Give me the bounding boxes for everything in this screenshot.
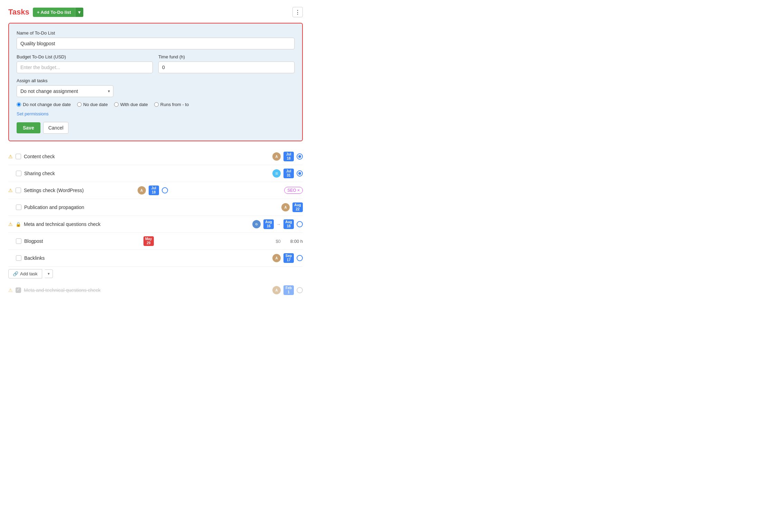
task-row: ⚠ Settings check (WordPress) A Jul18 SEO…: [8, 182, 303, 199]
avatar: G: [252, 220, 261, 228]
todo-form-panel: Name of To-Do List Budget To-Do List (US…: [8, 23, 303, 141]
add-todo-main[interactable]: + Add To-Do list: [33, 8, 75, 17]
money-value: $0: [276, 239, 280, 244]
assign-select-wrap: Do not change assignment Assign to me Un…: [17, 85, 113, 97]
task-checkbox[interactable]: [16, 255, 21, 261]
date-badge: Jul18: [149, 186, 159, 195]
task-checkbox[interactable]: [16, 188, 21, 193]
status-icon: [162, 187, 168, 193]
budget-col: Budget To-Do List (USD): [17, 54, 153, 73]
add-task-dropdown-button[interactable]: ▾: [45, 269, 53, 278]
task-row: ⚠ 🔒 Meta and technical questions check G…: [8, 216, 303, 233]
radio-with-due-input[interactable]: [114, 102, 119, 107]
radio-no-due-label: No due date: [83, 102, 108, 107]
date-badge: Jul18: [283, 152, 294, 161]
avatar: A: [272, 152, 281, 161]
radio-no-change-label: Do not change due date: [23, 102, 71, 107]
page-title: Tasks: [8, 8, 29, 17]
assign-select[interactable]: Do not change assignment Assign to me Un…: [17, 85, 113, 97]
assign-label: Assign all tasks: [17, 78, 295, 83]
avatar: A: [272, 286, 281, 294]
date-badge: Jul31: [283, 169, 294, 178]
task-row: ⚠ Content check A Jul18: [8, 148, 303, 165]
name-label: Name of To-Do List: [17, 30, 295, 36]
date-badge: Feb1: [283, 285, 294, 295]
set-permissions-link[interactable]: Set permissions: [17, 111, 48, 116]
radio-runs-from-input[interactable]: [154, 102, 159, 107]
warning-icon: ⚠: [8, 188, 13, 193]
header-left: Tasks + Add To-Do list ▾: [8, 8, 83, 17]
date-badge: Aug22: [292, 202, 303, 212]
radio-runs-from[interactable]: Runs from - to: [154, 102, 189, 107]
time-value: 8:00 h: [290, 239, 303, 244]
name-input[interactable]: [17, 38, 295, 49]
task-row: Sharing check ≡ Jul31: [8, 165, 303, 182]
task-row: Publication and propagation A Aug22: [8, 199, 303, 216]
radio-no-change[interactable]: Do not change due date: [17, 102, 71, 107]
date-badge-start: Aug16: [263, 219, 274, 229]
status-icon: [297, 153, 303, 160]
assign-section: Assign all tasks Do not change assignmen…: [17, 78, 295, 97]
add-todo-button[interactable]: + Add To-Do list ▾: [33, 8, 84, 17]
avatar: A: [272, 254, 281, 262]
arrow-icon: →: [277, 222, 281, 227]
task-row: Backlinks A Sep17: [8, 250, 303, 267]
task-checkbox[interactable]: [16, 154, 21, 159]
lock-icon: 🔒: [16, 222, 21, 227]
add-task-row: 🔗 Add task ▾: [8, 267, 303, 282]
add-todo-dropdown-arrow[interactable]: ▾: [75, 8, 83, 17]
budget-input[interactable]: [17, 61, 153, 73]
avatar: A: [281, 203, 290, 211]
task-name: Meta and technical questions check: [24, 221, 250, 227]
date-badge: Sep17: [283, 253, 294, 263]
seo-tag: SEO ×: [284, 187, 303, 194]
cancel-button[interactable]: Cancel: [43, 122, 69, 134]
task-name: Settings check (WordPress): [24, 188, 135, 193]
status-icon: [297, 170, 303, 177]
radio-with-due-label: With due date: [120, 102, 148, 107]
radio-runs-from-label: Runs from - to: [160, 102, 189, 107]
task-row: Blogpost May29 $0 8:00 h: [8, 233, 303, 250]
avatar: A: [138, 186, 146, 194]
radio-no-due[interactable]: No due date: [77, 102, 108, 107]
task-name: Sharing check: [24, 171, 270, 176]
task-checkbox[interactable]: [16, 238, 21, 244]
budget-label: Budget To-Do List (USD): [17, 54, 153, 59]
due-date-radio-group: Do not change due date No due date With …: [17, 102, 295, 107]
task-name: Content check: [24, 154, 270, 159]
save-button[interactable]: Save: [17, 122, 40, 133]
more-icon: ⋮: [295, 9, 300, 16]
radio-no-due-input[interactable]: [77, 102, 82, 107]
task-list: ⚠ Content check A Jul18 Sharing check ≡ …: [8, 148, 303, 298]
date-badge: May29: [143, 236, 154, 246]
task-name-strikethrough: Meta and technical questions check: [24, 287, 270, 293]
task-name: Backlinks: [24, 255, 270, 261]
task-row-completed: ⚠ Meta and technical questions check A F…: [8, 282, 303, 298]
timefund-label: Time fund (h): [158, 54, 295, 59]
radio-no-change-input[interactable]: [17, 102, 21, 107]
page-header: Tasks + Add To-Do list ▾ ⋮: [8, 7, 303, 17]
add-task-button[interactable]: 🔗 Add task: [8, 269, 42, 278]
warning-icon: ⚠: [8, 221, 13, 227]
avatar: ≡: [272, 169, 281, 178]
task-name: Blogpost: [24, 238, 141, 244]
status-icon: [297, 221, 303, 227]
add-task-label: Add task: [20, 271, 38, 276]
timefund-input[interactable]: [158, 61, 295, 73]
status-icon: [297, 287, 303, 293]
timefund-col: Time fund (h): [158, 54, 295, 73]
clip-icon: 🔗: [13, 271, 18, 276]
warning-icon: ⚠: [8, 154, 13, 159]
task-name: Publication and propagation: [24, 205, 279, 210]
status-icon: [297, 255, 303, 261]
warning-icon: ⚠: [8, 287, 13, 293]
date-badge-end: Aug18: [283, 219, 294, 229]
task-checkbox[interactable]: [16, 171, 21, 176]
budget-time-row: Budget To-Do List (USD) Time fund (h): [17, 54, 295, 73]
form-actions: Save Cancel: [17, 122, 295, 134]
radio-with-due[interactable]: With due date: [114, 102, 148, 107]
task-checkbox-checked[interactable]: [16, 287, 21, 293]
task-checkbox[interactable]: [16, 205, 21, 210]
more-options-button[interactable]: ⋮: [292, 7, 303, 17]
